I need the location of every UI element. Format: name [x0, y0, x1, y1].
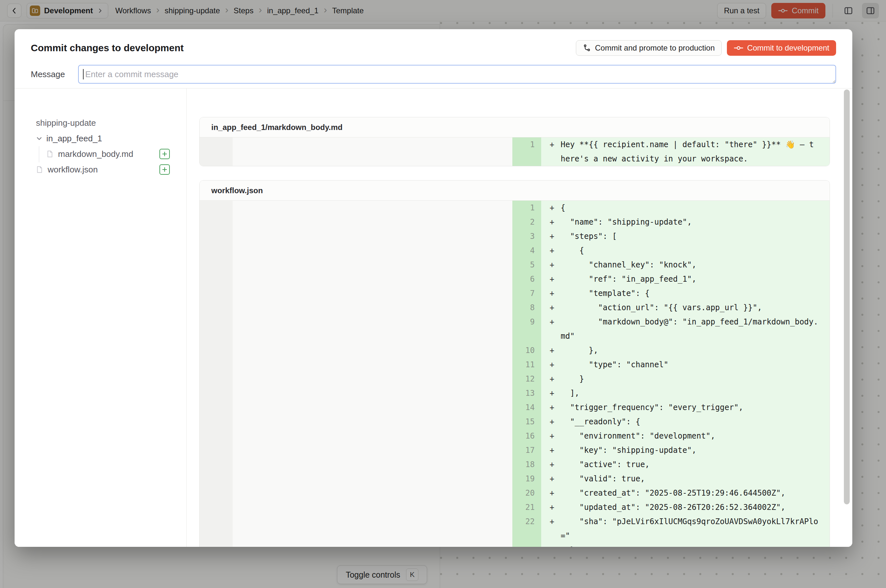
old-line-gutter: [199, 543, 233, 547]
diff-panel: in_app_feed_1/markdown_body.md1+Hey **{{…: [199, 117, 830, 166]
line-number: 1: [512, 138, 541, 166]
old-line-content: [233, 300, 512, 315]
diff-filename: in_app_feed_1/markdown_body.md: [211, 123, 343, 132]
diff-row: 21+ "updated_at": "2025-08-26T20:26:52.3…: [199, 500, 830, 514]
old-line-gutter: [199, 386, 233, 400]
line-number: 23: [512, 543, 541, 547]
old-line-gutter: [199, 300, 233, 315]
diff-line-text: "markdown_body@": "in_app_feed_1/markdow…: [561, 315, 830, 343]
diff-added-sign: +: [541, 357, 561, 372]
diff-row: 15+ "__readonly": {: [199, 415, 830, 429]
line-number: 9: [512, 315, 541, 343]
plus-icon: [162, 166, 168, 172]
old-line-gutter: [199, 500, 233, 514]
line-number: 18: [512, 458, 541, 472]
diff-row: 7+ "template": {: [199, 286, 830, 300]
diff-line-text: "steps": [: [561, 229, 830, 243]
diff-added-sign: +: [541, 472, 561, 486]
diff-line-text: "updated_at": "2025-08-26T20:26:52.36400…: [561, 500, 830, 514]
diff-line-text: {: [561, 243, 830, 258]
diff-line-text: "action_url": "{{ vars.app_url }}",: [561, 300, 830, 315]
old-line-content: [233, 372, 512, 386]
diff-row: 3+ "steps": [: [199, 229, 830, 243]
old-line-gutter: [199, 138, 233, 166]
diff-row: 10+ },: [199, 343, 830, 357]
message-input[interactable]: [78, 65, 836, 84]
line-number: 4: [512, 243, 541, 258]
line-number: 7: [512, 286, 541, 300]
line-number: 17: [512, 443, 541, 458]
diff-added-sign: +: [541, 343, 561, 357]
old-line-gutter: [199, 458, 233, 472]
diff-row: 23+ }: [199, 543, 830, 547]
chevron-down-icon: [35, 135, 43, 142]
old-line-content: [233, 357, 512, 372]
commit-promote-button[interactable]: Commit and promote to production: [576, 40, 722, 56]
text-caret: [83, 69, 84, 80]
commit-modal: Commit changes to development Commit and…: [15, 29, 852, 547]
diff-added-sign: +: [541, 201, 561, 215]
diff-line-text: ],: [561, 386, 830, 400]
commit-promote-label: Commit and promote to production: [595, 44, 715, 52]
diff-added-sign: +: [541, 215, 561, 229]
diff-line-text: "ref": "in_app_feed_1",: [561, 272, 830, 286]
line-number: 13: [512, 386, 541, 400]
diff-line-text: "key": "shipping-update",: [561, 443, 830, 458]
line-number: 8: [512, 300, 541, 315]
diff-row: 12+ }: [199, 372, 830, 386]
old-line-gutter: [199, 472, 233, 486]
diff-added-sign: +: [541, 138, 561, 166]
tree-folder-row[interactable]: in_app_feed_1: [35, 131, 102, 146]
diff-row: 17+ "key": "shipping-update",: [199, 443, 830, 458]
diff-row: 5+ "channel_key": "knock",: [199, 258, 830, 272]
old-line-content: [233, 315, 512, 343]
line-number: 15: [512, 415, 541, 429]
old-line-gutter: [199, 272, 233, 286]
tree-file-label: markdown_body.md: [58, 149, 133, 159]
diff-line-text: "name": "shipping-update",: [561, 215, 830, 229]
old-line-content: [233, 343, 512, 357]
line-number: 5: [512, 258, 541, 272]
line-number: 16: [512, 429, 541, 443]
plus-icon: [162, 151, 168, 157]
diff-line-text: "channel_key": "knock",: [561, 258, 830, 272]
tree-file-row[interactable]: markdown_body.md: [46, 147, 133, 161]
tree-file-row[interactable]: workflow.json: [35, 162, 98, 177]
diff-line-text: "valid": true,: [561, 472, 830, 486]
diff-added-sign: +: [541, 258, 561, 272]
add-file-button[interactable]: [159, 164, 170, 175]
diff-added-sign: +: [541, 429, 561, 443]
old-line-content: [233, 514, 512, 543]
diff-column: in_app_feed_1/markdown_body.md1+Hey **{{…: [187, 88, 852, 547]
old-line-content: [233, 215, 512, 229]
diff-added-sign: +: [541, 315, 561, 343]
old-line-content: [233, 258, 512, 272]
file-icon: [46, 150, 54, 158]
old-line-content: [233, 500, 512, 514]
diff-row: 6+ "ref": "in_app_feed_1",: [199, 272, 830, 286]
line-number: 22: [512, 514, 541, 543]
diff-line-text: "active": true,: [561, 458, 830, 472]
old-line-content: [233, 472, 512, 486]
line-number: 10: [512, 343, 541, 357]
diff-added-sign: +: [541, 372, 561, 386]
old-line-gutter: [199, 415, 233, 429]
old-line-content: [233, 201, 512, 215]
tree-root-label[interactable]: shipping-update: [36, 116, 96, 130]
diff-added-sign: +: [541, 272, 561, 286]
old-line-content: [233, 400, 512, 415]
diff-filename: workflow.json: [211, 186, 263, 195]
diff-header: workflow.json: [199, 180, 830, 201]
diff-added-sign: +: [541, 229, 561, 243]
modal-header: Commit changes to development Commit and…: [15, 29, 852, 84]
modal-scrollbar[interactable]: [844, 90, 850, 504]
modal-body: shipping-update in_app_feed_1 markdown_b…: [15, 88, 852, 547]
line-number: 6: [512, 272, 541, 286]
commit-development-label: Commit to development: [747, 44, 829, 52]
diff-body: 1+Hey **{{ recipient.name | default: "th…: [199, 138, 830, 166]
diff-row: 22+ "sha": "pJeLVir6xIlUCMGqs9qroZoUAVDS…: [199, 514, 830, 543]
old-line-content: [233, 429, 512, 443]
commit-development-button[interactable]: Commit to development: [727, 40, 836, 56]
add-file-button[interactable]: [159, 149, 170, 159]
diff-row: 1+Hey **{{ recipient.name | default: "th…: [199, 138, 830, 166]
